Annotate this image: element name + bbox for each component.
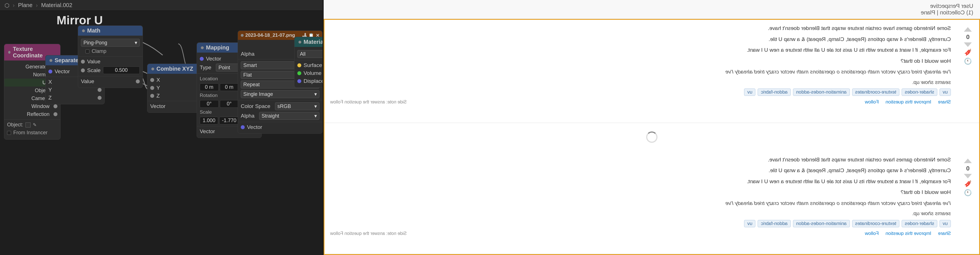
vote-count-2: 0	[966, 165, 969, 172]
tc-collapse[interactable]	[8, 51, 11, 54]
sep-xyz-collapse[interactable]	[49, 59, 52, 62]
sep-xyz-vector-socket[interactable]	[48, 70, 52, 73]
sep-xyz-z-socket[interactable]	[98, 96, 102, 100]
sep-xyz-z-label: Z	[48, 95, 52, 101]
tag-addon-1[interactable]: addon-fabric	[757, 89, 791, 96]
comb-xyz-vector-label: Vector	[150, 103, 165, 109]
tc-window-socket[interactable]	[54, 104, 57, 108]
mat-out-collapse[interactable]	[299, 41, 301, 44]
spinner-container	[325, 123, 979, 151]
qa-follow-2[interactable]: Follow	[865, 231, 879, 236]
img-tex-vector-in: Vector	[238, 123, 322, 131]
qa-side-note-1: Side note: answer the question Follow	[330, 100, 407, 105]
qa-follow-1[interactable]: Follow	[865, 99, 879, 105]
comb-xyz-y-socket[interactable]	[150, 86, 154, 90]
comb-xyz-z-label: Z	[156, 93, 160, 99]
math-scale-value[interactable]: 0.500	[103, 67, 140, 74]
img-tex-vector-label: Vector	[247, 124, 262, 130]
bookmark-icon-2[interactable]: 🔖	[964, 180, 972, 187]
mat-out-volume-label: Volume	[304, 70, 321, 76]
mapping-loc-x[interactable]: 0 m	[200, 83, 219, 91]
tag-anim-1[interactable]: animation-nodes-addon	[793, 89, 850, 96]
math-collapse[interactable]	[82, 29, 85, 32]
loading-spinner	[646, 131, 657, 143]
history-icon-2[interactable]: 🕐	[964, 189, 972, 196]
mapping-scale-x[interactable]: 1.000	[200, 117, 218, 124]
breadcrumb-plane[interactable]: Plane	[18, 2, 33, 8]
tag-texcoord-1[interactable]: texture-coordinates	[852, 89, 900, 96]
tc-object-row: Object: ✎	[4, 121, 60, 129]
mapping-scale-y[interactable]: -1.770	[219, 117, 239, 124]
breadcrumb-material[interactable]: Material.002	[41, 2, 72, 8]
tag-uv-2[interactable]: uv	[940, 220, 951, 227]
math-value-socket-in[interactable]	[81, 60, 85, 63]
qa-share-2[interactable]: Share	[938, 231, 951, 236]
math-scale-socket[interactable]	[81, 68, 85, 72]
img-tex-single-dropdown[interactable]: Single Image ▾	[241, 90, 320, 98]
math-body: Ping-Pong ▾ Clamp Value Scale 0.500 Valu…	[78, 36, 143, 88]
tc-from-instancer-label: From Instancer	[13, 130, 48, 136]
mat-out-title: Material Output	[304, 39, 323, 45]
mapping-scale-label: Scale	[200, 109, 212, 115]
mapping-vector-socket-in[interactable]	[200, 57, 204, 61]
material-output-node[interactable]: Material Output All ▾ Surface Volume Dis…	[294, 37, 323, 88]
qa-side-note-2: Side note: answer the question Follow	[330, 231, 407, 236]
mapping-loc-y[interactable]: 0 m	[220, 83, 239, 91]
math-operation-dropdown[interactable]: Ping-Pong ▾	[81, 39, 140, 47]
comb-xyz-collapse[interactable]	[151, 68, 154, 70]
bookmark-icon-1[interactable]: 🔖	[964, 49, 972, 56]
tag-uv-1[interactable]: uv	[940, 89, 951, 96]
tc-object-label: Object	[7, 88, 51, 93]
vote-column-2: 0 🔖 🕐	[956, 156, 979, 250]
tag-shader-2[interactable]: shader-nodes	[902, 220, 937, 227]
tag-uv2-1[interactable]: uv	[744, 89, 756, 96]
mat-out-surface-label: Surface	[304, 62, 322, 68]
img-tex-vector-socket[interactable]	[241, 125, 245, 129]
img-tex-alpha-dropdown[interactable]: Straight ▾	[259, 112, 320, 120]
forum-header-collection: (1) Collection | Plane	[921, 10, 973, 16]
img-tex-colorspace-dropdown[interactable]: sRGB ▾	[275, 102, 320, 110]
vote-up-1[interactable]	[964, 27, 972, 32]
vote-down-2[interactable]	[964, 174, 972, 178]
comb-xyz-z-socket[interactable]	[150, 94, 154, 98]
mat-out-volume-socket[interactable]	[298, 71, 301, 75]
math-operation-label: Ping-Pong	[83, 40, 107, 46]
qa-improve-1[interactable]: Improve this question	[886, 99, 931, 105]
mat-out-displacement-socket[interactable]	[298, 79, 301, 83]
math-value-out: Value	[78, 78, 143, 86]
qa-italic-1b: seams show up.	[330, 78, 951, 87]
comb-xyz-x-label: X	[156, 77, 160, 83]
math-clamp-checkbox[interactable]	[86, 49, 89, 54]
tc-from-instancer-checkbox[interactable]	[7, 131, 11, 135]
tc-object-label2: Object:	[7, 122, 23, 128]
history-icon-1[interactable]: 🕐	[964, 58, 972, 65]
mat-out-displacement-in: Displacement	[294, 77, 323, 85]
tag-shader-1[interactable]: shader-nodes	[902, 89, 937, 96]
math-value-out-socket[interactable]	[136, 79, 140, 83]
img-tex-repeat-label: Repeat	[243, 82, 260, 88]
mapping-rot-x[interactable]: 0°	[200, 100, 219, 108]
qa-share-1[interactable]: Share	[938, 99, 951, 105]
tag-anim-2[interactable]: animation-nodes-addon	[793, 220, 850, 227]
mat-output-header[interactable]: Material Output	[294, 37, 323, 47]
mapping-rot-y[interactable]: 0°	[220, 100, 239, 108]
math-node[interactable]: Math Ping-Pong ▾ Clamp Value Scale 0.	[78, 25, 143, 88]
qa-footer-2: Share Improve this question Follow Side …	[330, 230, 951, 236]
img-tex-colorspace-row: Color Space sRGB ▾	[238, 101, 322, 111]
vote-down-1[interactable]	[964, 43, 972, 47]
tag-texcoord-2[interactable]: texture-coordinates	[852, 220, 900, 227]
math-header[interactable]: Math	[78, 26, 143, 36]
tag-uv2-2[interactable]: uv	[744, 220, 756, 227]
img-tex-collapse[interactable]	[241, 34, 243, 37]
comb-xyz-x-socket[interactable]	[150, 78, 154, 82]
tag-row-2: uv shader-nodes texture-coordinates anim…	[330, 220, 951, 227]
tc-reflection-socket[interactable]	[54, 112, 57, 116]
mapping-collapse[interactable]	[201, 46, 204, 49]
math-clamp-label: Clamp	[92, 48, 107, 54]
sep-xyz-y-socket[interactable]	[98, 88, 102, 92]
vote-up-2[interactable]	[964, 158, 972, 163]
qa-improve-2[interactable]: Improve this question	[886, 231, 931, 236]
mat-out-surface-socket[interactable]	[298, 63, 301, 67]
mat-out-target-dropdown[interactable]: All ▾	[298, 50, 323, 58]
tag-addon-2[interactable]: addon-fabric	[757, 220, 791, 227]
